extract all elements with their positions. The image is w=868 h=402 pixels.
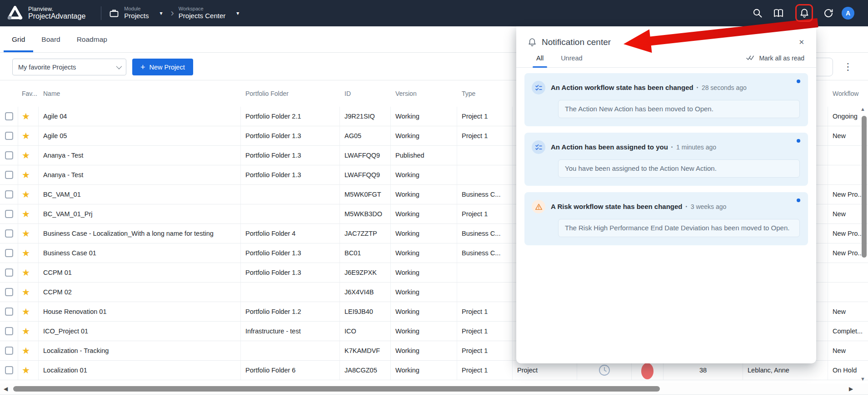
chevron-down-icon[interactable]: ▾ xyxy=(236,10,239,16)
score-value: 38 xyxy=(663,361,743,380)
favorite-star-icon[interactable]: ★ xyxy=(22,365,30,375)
project-type: Project 1 xyxy=(457,126,513,145)
column-header-version[interactable]: Version xyxy=(391,80,457,107)
portfolio-folder: Portfolio Folder 1.3 xyxy=(241,243,340,263)
column-header-fav[interactable]: Fav... xyxy=(18,80,39,107)
tab-unread[interactable]: Unread xyxy=(558,55,585,67)
brand-wordmark: Planview. ProjectAdvantage xyxy=(28,6,85,21)
favorite-star-icon[interactable]: ★ xyxy=(22,150,30,160)
row-checkbox[interactable] xyxy=(5,268,13,277)
column-header-workflow[interactable]: Workflow xyxy=(828,80,868,107)
notification-message: You have been assigned to the Action New… xyxy=(558,159,800,178)
workflow-state: Complet... xyxy=(828,322,868,341)
favorite-cell: ★ xyxy=(18,165,39,184)
row-checkbox[interactable] xyxy=(5,112,13,120)
horizontal-scrollbar-thumb[interactable] xyxy=(13,386,660,392)
favorite-star-icon[interactable]: ★ xyxy=(22,326,30,336)
favorite-star-icon[interactable]: ★ xyxy=(22,209,30,219)
health-status-dot xyxy=(641,363,653,379)
bell-icon xyxy=(527,37,537,47)
column-header-type[interactable]: Type xyxy=(457,80,513,107)
favorite-star-icon[interactable]: ★ xyxy=(22,287,30,297)
vertical-scroll-up-arrow[interactable]: ▲ xyxy=(860,106,865,112)
horizontal-scrollbar: ◀ ▶ xyxy=(0,383,868,394)
title-time-separator: · xyxy=(685,203,688,210)
project-type: Project 1 xyxy=(457,361,513,380)
favorite-star-icon[interactable]: ★ xyxy=(22,111,30,121)
project-id: J9R21SIQ xyxy=(340,107,391,126)
row-checkbox[interactable] xyxy=(5,249,13,257)
clock-icon xyxy=(599,364,610,376)
user-avatar[interactable]: A xyxy=(842,7,854,20)
favorite-star-icon[interactable]: ★ xyxy=(22,268,30,278)
module-switcher[interactable]: Module Projects ▾ xyxy=(109,6,166,20)
close-icon[interactable]: ✕ xyxy=(798,38,804,46)
tab-board[interactable]: Board xyxy=(33,26,68,52)
mark-all-as-read-button[interactable]: Mark all as read xyxy=(746,55,804,67)
favorite-star-icon[interactable]: ★ xyxy=(22,170,30,180)
row-checkbox[interactable] xyxy=(5,366,13,374)
project-extra-cell: Project xyxy=(513,361,577,380)
row-select-cell xyxy=(0,243,18,263)
new-project-button[interactable]: + New Project xyxy=(132,59,193,75)
project-version: Working xyxy=(391,243,457,263)
favorite-star-icon[interactable]: ★ xyxy=(22,346,30,356)
project-name: House Renovation 01 xyxy=(39,302,241,321)
portfolio-folder: Portfolio Folder 4 xyxy=(241,224,340,243)
horizontal-scroll-left-arrow[interactable]: ◀ xyxy=(4,386,8,392)
row-checkbox[interactable] xyxy=(5,171,13,179)
search-icon[interactable] xyxy=(752,8,763,19)
row-checkbox[interactable] xyxy=(5,190,13,199)
row-checkbox[interactable] xyxy=(5,327,13,335)
tab-roadmap[interactable]: Roadmap xyxy=(69,26,115,52)
indicator-cell xyxy=(577,361,632,380)
help-book-icon[interactable] xyxy=(773,8,784,19)
notification-message: The Action New Action has been moved to … xyxy=(558,100,800,118)
project-version: Working xyxy=(391,322,457,341)
row-checkbox[interactable] xyxy=(5,229,13,238)
tab-all[interactable]: All xyxy=(534,55,546,67)
refresh-icon[interactable] xyxy=(823,8,834,19)
notifications-bell-icon[interactable] xyxy=(799,8,810,19)
unread-dot xyxy=(797,139,800,143)
vertical-scroll-down-arrow[interactable]: ▼ xyxy=(860,376,865,382)
table-row[interactable]: ★ Localization 01 Portfolio Folder 6 JA8… xyxy=(0,361,868,380)
row-select-cell xyxy=(0,185,18,204)
favorite-star-icon[interactable]: ★ xyxy=(22,189,30,199)
favorite-star-icon[interactable]: ★ xyxy=(22,248,30,258)
notification-item[interactable]: An Action workflow state has been change… xyxy=(524,73,808,126)
notification-item[interactable]: A Risk workflow state has been changed ·… xyxy=(524,192,808,245)
project-type: Project 1 xyxy=(457,322,513,341)
project-name: Localization 01 xyxy=(39,361,241,380)
project-id: LWAFFQQ9 xyxy=(340,165,391,184)
column-header-folder[interactable]: Portfolio Folder xyxy=(241,80,340,107)
row-checkbox[interactable] xyxy=(5,288,13,296)
horizontal-scroll-right-arrow[interactable]: ▶ xyxy=(849,386,853,392)
favorite-star-icon[interactable]: ★ xyxy=(22,228,30,238)
notification-item[interactable]: An Action has been assigned to you · 1 m… xyxy=(524,133,808,186)
briefcase-icon xyxy=(109,8,120,19)
vertical-scrollbar-thumb[interactable] xyxy=(862,116,867,258)
row-checkbox[interactable] xyxy=(5,308,13,316)
chevron-down-icon[interactable]: ▾ xyxy=(160,10,163,16)
project-version: Working xyxy=(391,107,457,126)
module-value: Projects xyxy=(124,12,149,20)
project-id: K7KAMDVF xyxy=(340,341,391,360)
brand-line2: ProjectAdvantage xyxy=(28,12,85,20)
row-checkbox[interactable] xyxy=(5,210,13,218)
row-checkbox[interactable] xyxy=(5,132,13,140)
project-id: JA8CGZ05 xyxy=(340,361,391,380)
kebab-menu-icon[interactable]: ⋮ xyxy=(842,59,854,74)
project-type: Project 1 xyxy=(457,107,513,126)
column-header-id[interactable]: ID xyxy=(340,80,391,107)
row-checkbox[interactable] xyxy=(5,347,13,355)
tab-grid[interactable]: Grid xyxy=(4,26,33,52)
project-version: Published xyxy=(391,146,457,165)
workspace-switcher[interactable]: Workspace Projects Center ▾ xyxy=(179,6,243,20)
column-header-name[interactable]: Name xyxy=(39,80,241,107)
row-checkbox[interactable] xyxy=(5,151,13,159)
portfolio-folder: Portfolio Folder 1.3 xyxy=(241,263,340,282)
favorite-star-icon[interactable]: ★ xyxy=(22,307,30,317)
favorite-star-icon[interactable]: ★ xyxy=(22,131,30,141)
favorites-filter-select[interactable]: My favorite Projects xyxy=(12,59,126,75)
